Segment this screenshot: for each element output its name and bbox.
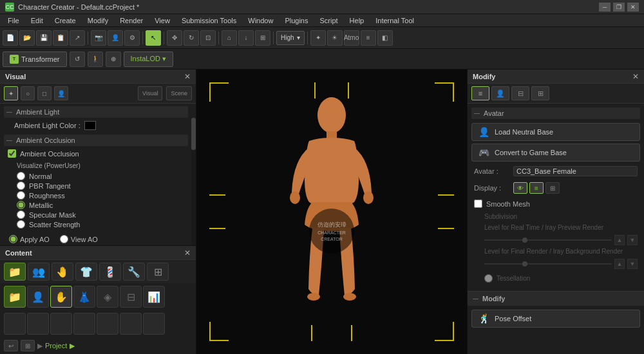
content-close-button[interactable]: ✕ <box>184 248 191 257</box>
menu-modify[interactable]: Modify <box>82 15 113 26</box>
tool-camera[interactable]: 📷 <box>91 30 106 46</box>
menu-render[interactable]: Render <box>115 15 148 26</box>
tool-walk[interactable]: 🚶 <box>88 51 103 67</box>
content-tab-body[interactable]: 🤚 <box>52 263 73 281</box>
minimize-button[interactable]: ─ <box>599 3 611 12</box>
radio-scatter-input[interactable] <box>17 220 25 228</box>
tool-move[interactable]: ✥ <box>167 30 182 46</box>
view-ao-radio[interactable] <box>60 235 68 243</box>
menu-file[interactable]: File <box>3 15 24 26</box>
content-item-13[interactable] <box>143 313 165 335</box>
menu-plugins[interactable]: Plugins <box>279 15 313 26</box>
close-button[interactable]: ✕ <box>627 3 639 12</box>
content-item-2[interactable]: ✋ <box>50 286 72 308</box>
menu-view[interactable]: View <box>149 15 175 26</box>
tool-scale[interactable]: ⊡ <box>200 30 216 46</box>
radio-roughness-input[interactable] <box>17 191 25 200</box>
tool-rotate2[interactable]: ↺ <box>70 51 85 67</box>
ambient-occlusion-checkbox[interactable] <box>8 149 16 158</box>
tool-saveas[interactable]: 📋 <box>53 30 68 46</box>
realtime-step-up[interactable]: ▲ <box>614 235 625 245</box>
tessellation-radio[interactable] <box>484 274 493 283</box>
display-eye-button[interactable]: 👁 <box>513 182 527 194</box>
vis-tab-search[interactable]: ○ <box>21 86 35 100</box>
tool-save[interactable]: 💾 <box>36 30 52 46</box>
tool-atmosphere[interactable]: Atmo <box>344 30 359 46</box>
tool-settings[interactable]: ⚙ <box>124 30 140 46</box>
ambient-light-color-swatch[interactable] <box>84 121 96 130</box>
vis-tab-sun[interactable]: ✦ <box>4 86 18 100</box>
modify-section-collapse[interactable]: — <box>473 295 478 302</box>
tool-sun[interactable]: ☀ <box>327 30 343 46</box>
content-tab-poses[interactable]: ⊞ <box>147 263 169 281</box>
tool-home[interactable]: ⌂ <box>222 30 237 46</box>
tool-final[interactable]: ◧ <box>377 30 393 46</box>
final-step-up[interactable]: ▲ <box>614 259 625 269</box>
slider-final[interactable] <box>484 263 612 265</box>
radio-metallic-input[interactable] <box>17 201 25 209</box>
content-tab-accessories[interactable]: 🔧 <box>123 263 145 281</box>
apply-ao-radio[interactable] <box>9 235 17 243</box>
tool-open[interactable]: 📂 <box>19 30 35 46</box>
content-item-4[interactable]: ◈ <box>97 286 118 308</box>
realtime-step-down[interactable]: ▼ <box>627 235 638 245</box>
nav-folder-button[interactable]: ⊞ <box>21 340 35 351</box>
content-tab-hair[interactable]: 💈 <box>99 263 121 281</box>
modify-close-button[interactable]: ✕ <box>632 72 639 81</box>
content-item-1[interactable]: 👤 <box>27 286 49 308</box>
smooth-mesh-checkbox[interactable] <box>474 200 482 208</box>
avatar-section-collapse[interactable]: — <box>474 110 480 116</box>
content-item-3[interactable]: 👗 <box>73 286 95 308</box>
tool-new[interactable]: 📄 <box>3 30 18 46</box>
tool-rotate[interactable]: ↻ <box>184 30 199 46</box>
ambient-occlusion-collapse[interactable]: — <box>6 137 12 144</box>
scene-tab-label[interactable]: Scene <box>166 86 192 100</box>
menu-script[interactable]: Script <box>314 15 343 26</box>
mod-tab-sliders[interactable]: ⊟ <box>511 86 529 100</box>
load-neutral-base-button[interactable]: 👤 Load Neutral Base <box>471 123 640 141</box>
content-item-7[interactable] <box>4 313 26 335</box>
restore-button[interactable]: ❐ <box>613 3 625 12</box>
quality-dropdown[interactable]: High ▾ <box>276 31 305 45</box>
tool-person[interactable]: 👤 <box>108 30 123 46</box>
radio-normal-input[interactable] <box>17 172 25 180</box>
tool-render-settings[interactable]: ≡ <box>361 30 376 46</box>
content-tab-persons[interactable]: 👥 <box>28 263 50 281</box>
nav-project-label[interactable]: Project <box>45 342 67 349</box>
content-item-8[interactable] <box>27 313 49 335</box>
mod-tab-settings[interactable]: ≡ <box>471 86 489 100</box>
content-item-12[interactable] <box>120 313 142 335</box>
menu-submission[interactable]: Submission Tools <box>176 15 242 26</box>
display-layers-button[interactable]: ≡ <box>529 182 544 194</box>
nav-back-button[interactable]: ↩ <box>4 340 18 351</box>
mod-tab-checker[interactable]: ⊞ <box>531 86 549 100</box>
menu-window[interactable]: Window <box>243 15 278 26</box>
content-item-6[interactable]: 📊 <box>143 286 165 308</box>
content-item-11[interactable] <box>97 313 118 335</box>
display-mesh-button[interactable]: ⊞ <box>545 182 560 194</box>
tool-group[interactable]: ⊕ <box>106 51 121 67</box>
instalod-button[interactable]: InstaLOD ▾ <box>124 51 174 67</box>
transformer-button[interactable]: T Transformer <box>3 51 67 67</box>
visual-close-button[interactable]: ✕ <box>184 72 191 81</box>
content-item-5[interactable]: ⊟ <box>120 286 142 308</box>
final-step-down[interactable]: ▼ <box>627 259 638 269</box>
slider-realtime[interactable] <box>484 239 612 241</box>
content-item-10[interactable] <box>73 313 95 335</box>
radio-specular-input[interactable] <box>17 210 25 219</box>
content-item-0[interactable]: 📁 <box>4 286 26 308</box>
mod-tab-person[interactable]: 👤 <box>491 86 509 100</box>
convert-game-base-button[interactable]: 🎮 Convert to Game Base <box>471 144 640 162</box>
tool-select[interactable]: ↖ <box>146 30 161 46</box>
content-tab-clothing[interactable]: 👕 <box>75 263 97 281</box>
tool-down[interactable]: ↓ <box>238 30 254 46</box>
tool-export[interactable]: ↗ <box>70 30 85 46</box>
content-item-9[interactable] <box>50 313 72 335</box>
tool-grid[interactable]: ⊞ <box>255 30 270 46</box>
menu-internal[interactable]: Internal Tool <box>370 15 419 26</box>
pose-offset-button[interactable]: 🕺 Pose Offset <box>471 310 640 328</box>
menu-create[interactable]: Create <box>50 15 81 26</box>
vis-tab-box[interactable]: □ <box>37 86 52 100</box>
ambient-light-collapse[interactable]: — <box>6 109 12 115</box>
radio-pbr-input[interactable] <box>17 182 25 190</box>
